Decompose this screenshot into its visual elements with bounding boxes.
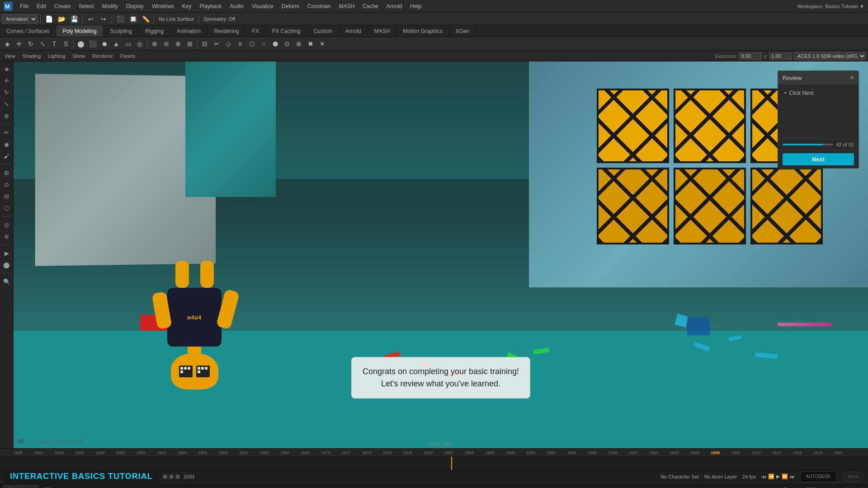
move-tool-icon[interactable]: ✛ (1, 75, 12, 86)
snap-edge-icon[interactable]: ⊟ (1, 191, 12, 202)
fill-hole-icon[interactable]: ⬡ (246, 38, 257, 49)
mode-selector-bottom[interactable]: Animation (4, 485, 38, 488)
sphere-icon[interactable]: ⬤ (75, 38, 86, 49)
brush-icon[interactable]: 🖌 (1, 150, 12, 161)
exposure-input[interactable] (739, 52, 762, 60)
play-icon[interactable]: ▶ (776, 474, 780, 479)
combine-icon[interactable]: ⊕ (149, 38, 160, 49)
step-fwd-icon[interactable]: ⏩ (782, 474, 788, 479)
soft-select-icon[interactable]: ◎ (1, 219, 12, 230)
bevel-icon[interactable]: ◇ (223, 38, 234, 49)
torus-icon[interactable]: ◎ (134, 38, 145, 49)
svg-icon[interactable]: S (61, 38, 71, 49)
loop-cut-icon[interactable]: ⊟ (199, 38, 210, 49)
select-tool-icon[interactable]: ◈ (2, 38, 13, 49)
sculpt-icon[interactable]: ◉ (1, 139, 12, 150)
color-space-selector[interactable]: ACES 1.0 SDR-video (sRGB) (794, 52, 866, 60)
transform-icon[interactable]: ✛ (14, 38, 24, 49)
review-panel-footer[interactable]: Next (778, 150, 859, 168)
select-mode-icon[interactable]: ◈ (1, 63, 12, 74)
shading-menu[interactable]: Shading (20, 53, 43, 59)
scale-icon[interactable]: ⤡ (37, 38, 48, 49)
ipr-icon[interactable]: ⬤ (1, 259, 12, 270)
separate-icon[interactable]: ⊖ (161, 38, 172, 49)
mode-selector[interactable]: Animation (2, 14, 38, 23)
close-icon[interactable]: ✕ (317, 38, 328, 49)
gamma-input[interactable] (769, 52, 792, 60)
rotate-tool-icon[interactable]: ↻ (1, 87, 12, 98)
sym-icon[interactable]: ⊛ (1, 231, 12, 242)
rotate-icon[interactable]: ↻ (25, 38, 36, 49)
menu-mash[interactable]: MASH (335, 2, 358, 10)
menu-edit[interactable]: Edit (33, 2, 50, 10)
tab-mash[interactable]: MASH (368, 25, 397, 37)
extrude-icon[interactable]: T (49, 38, 60, 49)
cone-icon[interactable]: ▲ (111, 38, 122, 49)
menu-file[interactable]: File (16, 2, 32, 10)
render-icon[interactable]: ▶ (1, 248, 12, 258)
skip-start-icon[interactable]: ⏮ (761, 474, 766, 479)
view-menu[interactable]: View (2, 53, 18, 59)
menu-arnold[interactable]: Arnold (383, 2, 406, 10)
renderer-menu[interactable]: Renderer (90, 53, 116, 59)
delete-edge-icon[interactable]: ✖ (305, 38, 316, 49)
search-icon[interactable]: 🔍 (1, 276, 12, 287)
menu-key[interactable]: Key (179, 2, 195, 10)
menu-deform[interactable]: Deform (278, 2, 303, 10)
undo-icon[interactable]: ↩ (85, 14, 96, 24)
menu-constrain[interactable]: Constrain (304, 2, 334, 10)
menu-create[interactable]: Create (51, 2, 74, 10)
smooth-icon[interactable]: ○ (258, 38, 269, 49)
skip-end-icon[interactable]: ⏭ (790, 474, 795, 479)
paint-tool-icon[interactable]: ✏ (1, 127, 12, 138)
cube-icon[interactable]: ⬛ (87, 38, 98, 49)
panels-menu[interactable]: Panels (118, 53, 138, 59)
timeline-bar[interactable] (0, 456, 868, 470)
menu-display[interactable]: Display (123, 2, 147, 10)
tab-rigging[interactable]: Rigging (139, 25, 170, 37)
viewport[interactable]: m4u4 (14, 61, 868, 448)
menu-modify[interactable]: Modify (98, 2, 121, 10)
universal-tool-icon[interactable]: ⊕ (1, 110, 12, 121)
snap-face-icon[interactable]: ⬡ (1, 202, 12, 213)
lasso-icon[interactable]: 🔲 (127, 14, 138, 24)
playback-controls[interactable]: ⏮ ⏪ ▶ ⏩ ⏭ (761, 474, 795, 479)
tab-poly-modeling[interactable]: Poly Modeling (56, 25, 103, 37)
tab-rendering[interactable]: Rendering (208, 25, 245, 37)
tab-animation[interactable]: Animation (170, 25, 208, 37)
tab-fx-caching[interactable]: FX Caching (266, 25, 307, 37)
tab-sculpting[interactable]: Sculpting (104, 25, 139, 37)
next-button[interactable]: Next (783, 153, 854, 165)
tab-curves-surfaces[interactable]: Curves / Surfaces (0, 25, 56, 37)
boolean-icon[interactable]: ⊗ (173, 38, 184, 49)
menu-audio[interactable]: Audio (226, 2, 247, 10)
workspace-selector[interactable]: Workspace: Basics Tutorial ▼ (797, 4, 864, 9)
menu-help[interactable]: Help (406, 2, 425, 10)
scale-tool-icon[interactable]: ⤡ (1, 99, 12, 109)
plane-icon[interactable]: ▭ (123, 38, 133, 49)
select-icon[interactable]: ⬛ (115, 14, 126, 24)
open-file-icon[interactable]: 📂 (56, 14, 67, 24)
remesh-icon[interactable]: ⬢ (270, 38, 281, 49)
step-back-icon[interactable]: ⏪ (768, 474, 774, 479)
tab-motion-graphics[interactable]: Motion Graphics (396, 25, 449, 37)
menu-select[interactable]: Select (75, 2, 97, 10)
merge-icon[interactable]: ⊛ (293, 38, 304, 49)
paint-select-icon[interactable]: ✏️ (140, 14, 151, 24)
mirror-icon[interactable]: ⊞ (184, 38, 195, 49)
menu-windows[interactable]: Windows (148, 2, 178, 10)
save-file-icon[interactable]: 💾 (69, 14, 80, 24)
menu-cache[interactable]: Cache (359, 2, 382, 10)
lighting-menu[interactable]: Lighting (45, 53, 68, 59)
redo-icon[interactable]: ↪ (98, 14, 109, 24)
snap-grid-icon[interactable]: ⊞ (1, 167, 12, 178)
cylinder-icon[interactable]: ⏺ (99, 38, 110, 49)
new-file-icon[interactable]: 📄 (43, 14, 54, 24)
workspace-dropdown-icon[interactable]: ▼ (859, 4, 864, 9)
bridge-icon[interactable]: ≡ (235, 38, 245, 49)
tab-arnold[interactable]: Arnold (339, 25, 368, 37)
tab-custom[interactable]: Custom (307, 25, 339, 37)
menu-visualize[interactable]: Visualize (248, 2, 277, 10)
tab-fx[interactable]: FX (246, 25, 266, 37)
snap-point-icon[interactable]: ⊙ (1, 179, 12, 190)
